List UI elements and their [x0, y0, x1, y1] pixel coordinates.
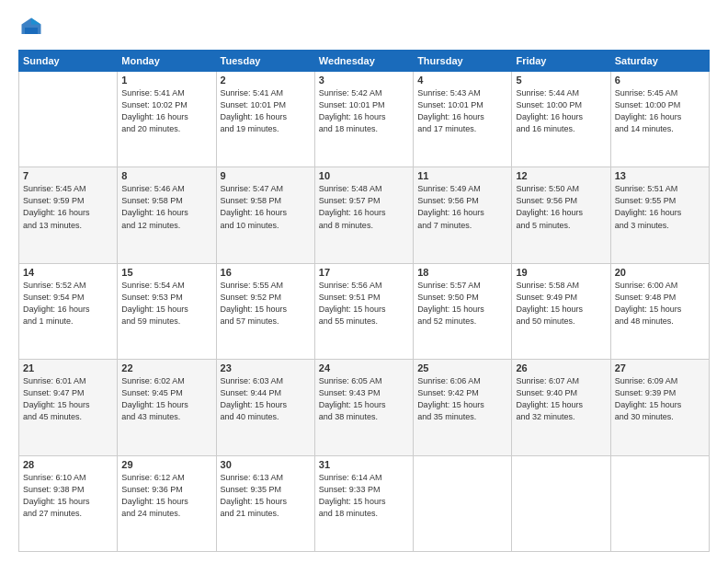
day-info: Sunrise: 6:09 AM Sunset: 9:39 PM Dayligh… — [615, 375, 705, 423]
day-number: 29 — [121, 459, 211, 470]
day-number: 22 — [121, 362, 211, 373]
weekday-header: Wednesday — [314, 51, 413, 72]
day-number: 25 — [417, 362, 507, 373]
day-number: 16 — [221, 267, 311, 278]
day-number: 23 — [221, 362, 311, 373]
day-number: 2 — [221, 75, 311, 86]
calendar-cell: 28Sunrise: 6:10 AM Sunset: 9:38 PM Dayli… — [19, 455, 118, 551]
day-info: Sunrise: 6:05 AM Sunset: 9:43 PM Dayligh… — [319, 375, 409, 423]
day-info: Sunrise: 5:57 AM Sunset: 9:50 PM Dayligh… — [417, 280, 507, 327]
day-info: Sunrise: 6:06 AM Sunset: 9:42 PM Dayligh… — [417, 375, 507, 423]
day-number: 28 — [23, 459, 113, 470]
day-info: Sunrise: 5:44 AM Sunset: 10:00 PM Daylig… — [516, 87, 606, 135]
day-number: 8 — [121, 170, 211, 181]
day-number: 1 — [121, 75, 211, 86]
weekday-header: Sunday — [19, 51, 118, 72]
day-info: Sunrise: 5:55 AM Sunset: 9:52 PM Dayligh… — [221, 280, 311, 327]
calendar-cell — [610, 455, 709, 551]
calendar-cell: 29Sunrise: 6:12 AM Sunset: 9:36 PM Dayli… — [118, 455, 216, 551]
calendar-cell: 11Sunrise: 5:49 AM Sunset: 9:56 PM Dayli… — [414, 167, 512, 263]
calendar-cell: 7Sunrise: 5:45 AM Sunset: 9:59 PM Daylig… — [19, 167, 118, 263]
day-number: 13 — [615, 170, 705, 181]
calendar-header-row: SundayMondayTuesdayWednesdayThursdayFrid… — [19, 51, 710, 72]
day-number: 4 — [417, 75, 507, 86]
day-info: Sunrise: 5:47 AM Sunset: 9:58 PM Dayligh… — [221, 183, 311, 231]
day-info: Sunrise: 6:14 AM Sunset: 9:33 PM Dayligh… — [319, 472, 409, 520]
calendar-cell: 23Sunrise: 6:03 AM Sunset: 9:44 PM Dayli… — [216, 360, 314, 455]
day-number: 24 — [319, 362, 409, 373]
logo — [18, 15, 48, 40]
calendar-cell: 24Sunrise: 6:05 AM Sunset: 9:43 PM Dayli… — [314, 360, 413, 455]
day-number: 17 — [319, 267, 409, 278]
day-number: 15 — [121, 267, 211, 278]
day-number: 7 — [23, 170, 113, 181]
day-info: Sunrise: 5:52 AM Sunset: 9:54 PM Dayligh… — [23, 280, 113, 327]
day-info: Sunrise: 6:02 AM Sunset: 9:45 PM Dayligh… — [121, 375, 211, 423]
day-info: Sunrise: 6:12 AM Sunset: 9:36 PM Dayligh… — [121, 472, 211, 520]
calendar-cell: 6Sunrise: 5:45 AM Sunset: 10:00 PM Dayli… — [610, 72, 709, 167]
calendar-week-row: 14Sunrise: 5:52 AM Sunset: 9:54 PM Dayli… — [19, 263, 710, 359]
day-number: 30 — [221, 459, 311, 470]
calendar-week-row: 21Sunrise: 6:01 AM Sunset: 9:47 PM Dayli… — [19, 360, 710, 455]
logo-icon — [18, 15, 44, 40]
calendar-cell: 16Sunrise: 5:55 AM Sunset: 9:52 PM Dayli… — [216, 263, 314, 359]
day-info: Sunrise: 5:49 AM Sunset: 9:56 PM Dayligh… — [417, 183, 507, 231]
calendar-week-row: 7Sunrise: 5:45 AM Sunset: 9:59 PM Daylig… — [19, 167, 710, 263]
calendar-cell: 22Sunrise: 6:02 AM Sunset: 9:45 PM Dayli… — [118, 360, 216, 455]
day-info: Sunrise: 5:54 AM Sunset: 9:53 PM Dayligh… — [121, 280, 211, 327]
calendar-cell: 20Sunrise: 6:00 AM Sunset: 9:48 PM Dayli… — [610, 263, 709, 359]
day-number: 19 — [516, 267, 606, 278]
calendar-cell — [512, 455, 610, 551]
calendar-cell: 18Sunrise: 5:57 AM Sunset: 9:50 PM Dayli… — [414, 263, 512, 359]
day-number: 26 — [516, 362, 606, 373]
calendar-cell — [19, 72, 118, 167]
day-info: Sunrise: 6:13 AM Sunset: 9:35 PM Dayligh… — [221, 472, 311, 520]
day-number: 31 — [319, 459, 409, 470]
calendar-cell: 2Sunrise: 5:41 AM Sunset: 10:01 PM Dayli… — [216, 72, 314, 167]
weekday-header: Saturday — [610, 51, 709, 72]
calendar-cell: 21Sunrise: 6:01 AM Sunset: 9:47 PM Dayli… — [19, 360, 118, 455]
calendar-cell: 13Sunrise: 5:51 AM Sunset: 9:55 PM Dayli… — [610, 167, 709, 263]
svg-rect-2 — [25, 28, 38, 34]
calendar-cell: 10Sunrise: 5:48 AM Sunset: 9:57 PM Dayli… — [314, 167, 413, 263]
day-info: Sunrise: 5:43 AM Sunset: 10:01 PM Daylig… — [417, 87, 507, 135]
calendar-cell: 14Sunrise: 5:52 AM Sunset: 9:54 PM Dayli… — [19, 263, 118, 359]
calendar-cell: 30Sunrise: 6:13 AM Sunset: 9:35 PM Dayli… — [216, 455, 314, 551]
day-number: 9 — [221, 170, 311, 181]
day-info: Sunrise: 6:07 AM Sunset: 9:40 PM Dayligh… — [516, 375, 606, 423]
weekday-header: Tuesday — [216, 51, 314, 72]
calendar-cell: 19Sunrise: 5:58 AM Sunset: 9:49 PM Dayli… — [512, 263, 610, 359]
day-number: 6 — [615, 75, 705, 86]
calendar-week-row: 1Sunrise: 5:41 AM Sunset: 10:02 PM Dayli… — [19, 72, 710, 167]
calendar-cell: 3Sunrise: 5:42 AM Sunset: 10:01 PM Dayli… — [314, 72, 413, 167]
day-info: Sunrise: 5:46 AM Sunset: 9:58 PM Dayligh… — [121, 183, 211, 231]
header — [18, 15, 710, 40]
day-number: 12 — [516, 170, 606, 181]
calendar-cell: 31Sunrise: 6:14 AM Sunset: 9:33 PM Dayli… — [314, 455, 413, 551]
day-info: Sunrise: 6:03 AM Sunset: 9:44 PM Dayligh… — [221, 375, 311, 423]
day-info: Sunrise: 5:58 AM Sunset: 9:49 PM Dayligh… — [516, 280, 606, 327]
day-info: Sunrise: 5:45 AM Sunset: 10:00 PM Daylig… — [615, 87, 705, 135]
day-info: Sunrise: 5:41 AM Sunset: 10:01 PM Daylig… — [221, 87, 311, 135]
calendar-week-row: 28Sunrise: 6:10 AM Sunset: 9:38 PM Dayli… — [19, 455, 710, 551]
calendar-cell: 15Sunrise: 5:54 AM Sunset: 9:53 PM Dayli… — [118, 263, 216, 359]
day-number: 14 — [23, 267, 113, 278]
calendar-cell: 12Sunrise: 5:50 AM Sunset: 9:56 PM Dayli… — [512, 167, 610, 263]
day-info: Sunrise: 5:51 AM Sunset: 9:55 PM Dayligh… — [615, 183, 705, 231]
page: SundayMondayTuesdayWednesdayThursdayFrid… — [0, 0, 728, 563]
day-info: Sunrise: 6:01 AM Sunset: 9:47 PM Dayligh… — [23, 375, 113, 423]
day-number: 27 — [615, 362, 705, 373]
day-info: Sunrise: 5:41 AM Sunset: 10:02 PM Daylig… — [121, 87, 211, 135]
calendar-cell: 4Sunrise: 5:43 AM Sunset: 10:01 PM Dayli… — [414, 72, 512, 167]
day-number: 21 — [23, 362, 113, 373]
calendar-cell: 8Sunrise: 5:46 AM Sunset: 9:58 PM Daylig… — [118, 167, 216, 263]
calendar-table: SundayMondayTuesdayWednesdayThursdayFrid… — [18, 50, 710, 552]
day-info: Sunrise: 5:42 AM Sunset: 10:01 PM Daylig… — [319, 87, 409, 135]
day-number: 3 — [319, 75, 409, 86]
day-info: Sunrise: 5:56 AM Sunset: 9:51 PM Dayligh… — [319, 280, 409, 327]
calendar-cell: 9Sunrise: 5:47 AM Sunset: 9:58 PM Daylig… — [216, 167, 314, 263]
day-number: 10 — [319, 170, 409, 181]
weekday-header: Thursday — [414, 51, 512, 72]
day-number: 5 — [516, 75, 606, 86]
day-info: Sunrise: 6:00 AM Sunset: 9:48 PM Dayligh… — [615, 280, 705, 327]
